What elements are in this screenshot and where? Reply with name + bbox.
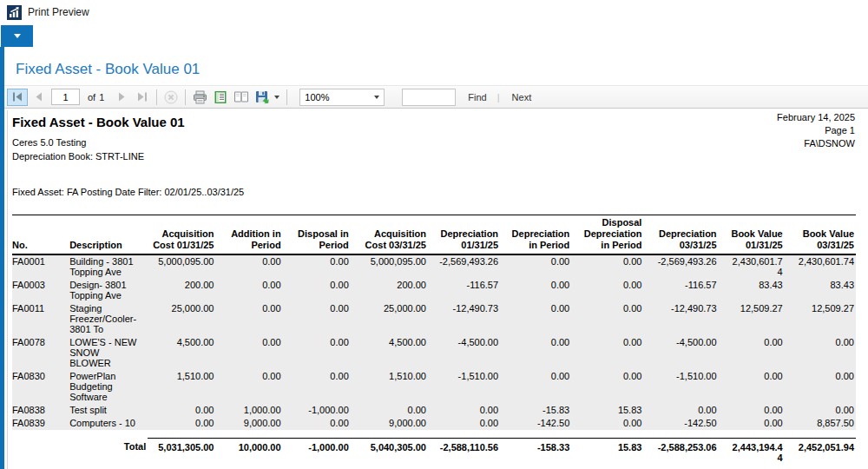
asset-no-cell: FA0078	[12, 336, 69, 370]
column-header: Depreciation 03/31/25	[643, 215, 718, 255]
print-preview-window: Print Preview Fixed Asset - Book Value 0…	[0, 0, 868, 469]
amount-cell: 0.00	[215, 254, 282, 279]
last-page-button[interactable]	[132, 89, 153, 106]
previous-page-button[interactable]	[28, 89, 49, 106]
column-header: Depreciation in Period	[500, 215, 571, 255]
amount-cell: 1,510.00	[351, 370, 428, 404]
menu-row	[0, 24, 868, 48]
description-cell: Design- 3801 Topping Ave	[69, 279, 148, 302]
total-pages-label: 1	[99, 92, 104, 102]
first-page-button[interactable]	[7, 89, 28, 106]
amount-cell: 0.00	[571, 302, 643, 336]
amount-cell: 0.00	[215, 370, 282, 404]
amount-cell: 12,509.27	[785, 302, 856, 336]
table-header-row: No.DescriptionAcquisition Cost 01/31/25A…	[12, 215, 856, 255]
amount-cell: 0.00	[215, 336, 282, 370]
amount-cell: 0.00	[428, 404, 500, 417]
amount-cell: 0.00	[643, 404, 718, 417]
print-layout-button[interactable]	[231, 89, 252, 106]
book-layout-icon	[233, 90, 249, 103]
amount-cell: 0.00	[719, 370, 785, 404]
amount-cell: 0.00	[571, 336, 643, 370]
preview-toolbar: of 1	[0, 86, 868, 109]
report-header-left: Fixed Asset - Book Value 01 Ceres 5.0 Te…	[12, 113, 185, 163]
of-label: of	[88, 92, 95, 102]
amount-cell: 25,000.00	[351, 302, 428, 336]
page-setup-button[interactable]	[210, 89, 231, 106]
column-header: Book Value 03/31/25	[785, 215, 856, 255]
total-amount-cell: 5,031,305.00	[148, 438, 215, 465]
table-row: FA0001Building - 3801 Topping Ave5,000,0…	[12, 254, 856, 279]
amount-cell: 0.00	[148, 417, 215, 430]
find-button[interactable]: Find	[468, 92, 486, 102]
zoom-caret-icon	[374, 96, 379, 99]
amount-cell: 15.83	[571, 404, 643, 417]
report-date: February 14, 2025	[777, 111, 855, 124]
previous-page-icon	[35, 92, 43, 102]
total-amount-cell: -158.33	[500, 438, 571, 465]
amount-cell: 0.00	[283, 302, 351, 336]
title-bar: Print Preview	[0, 0, 868, 24]
total-amount-cell: 15.83	[571, 438, 643, 465]
amount-cell: -1,000.00	[283, 404, 351, 417]
spacer-cell	[12, 430, 856, 438]
amount-cell: 1,510.00	[148, 370, 215, 404]
description-cell: Staging Freezer/Cooler- 3801 To	[69, 302, 148, 336]
asset-no-cell: FA0838	[12, 404, 69, 417]
column-header: Description	[69, 215, 148, 255]
amount-cell: 0.00	[283, 254, 351, 279]
asset-no-cell: FA0001	[12, 254, 69, 279]
amount-cell: 0.00	[351, 404, 428, 417]
fa-posting-date-filter: Fixed Asset: FA Posting Date Filter: 02/…	[12, 187, 855, 197]
report-title: Fixed Asset - Book Value 01	[12, 115, 185, 129]
amount-cell: 0.00	[785, 404, 856, 417]
next-page-button[interactable]	[111, 89, 132, 106]
current-page-input[interactable]	[51, 89, 80, 105]
column-header: Acquisition Cost 01/31/25	[148, 215, 215, 255]
find-next-button[interactable]: Next	[512, 92, 532, 102]
amount-cell: 0.00	[215, 279, 282, 302]
total-amount-cell: 5,040,305.00	[351, 438, 428, 465]
amount-cell: 0.00	[571, 417, 643, 430]
menu-dropdown-button[interactable]	[1, 25, 33, 47]
amount-cell: 0.00	[719, 336, 785, 370]
find-text-input[interactable]	[402, 89, 456, 106]
column-header: Depreciation 01/31/25	[428, 215, 500, 255]
amount-cell: -4,500.00	[643, 336, 718, 370]
description-cell: Building - 3801 Topping Ave	[69, 254, 148, 279]
amount-cell: 9,000.00	[215, 417, 282, 430]
amount-cell: 25,000.00	[148, 302, 215, 336]
amount-cell: -1,510.00	[428, 370, 500, 404]
total-amount-cell: 2,443,194.4 4	[719, 438, 785, 465]
chevron-down-icon	[14, 34, 21, 38]
amount-cell: 1,000.00	[215, 404, 282, 417]
amount-cell: 0.00	[500, 370, 571, 404]
print-button[interactable]	[189, 89, 210, 106]
amount-cell: 2,430,601.7 4	[719, 254, 785, 279]
total-row: Total5,031,305.0010,000.00-1,000.005,040…	[12, 438, 856, 465]
amount-cell: 0.00	[428, 417, 500, 430]
amount-cell: -116.57	[643, 279, 718, 302]
export-dropdown-caret-icon[interactable]	[274, 96, 279, 99]
table-row: FA0078LOWE'S - NEW SNOW BLOWER4,500.000.…	[12, 336, 856, 370]
zoom-select[interactable]: 100%	[299, 89, 385, 106]
stop-icon	[164, 90, 178, 104]
amount-cell: -4,500.00	[428, 336, 500, 370]
export-button[interactable]	[252, 89, 273, 106]
amount-cell: -12,490.73	[643, 302, 718, 336]
table-row: FA0838Test split0.001,000.00-1,000.000.0…	[12, 404, 856, 417]
total-amount-cell: -1,000.00	[283, 438, 351, 465]
column-header: Disposal in Period	[283, 215, 351, 255]
table-row: FA0839Computers - 100.009,000.000.009,00…	[12, 417, 856, 430]
amount-cell: 0.00	[283, 279, 351, 302]
stop-rendering-button[interactable]	[161, 89, 181, 106]
total-amount-cell: -2,588,110.56	[428, 438, 500, 465]
amount-cell: 0.00	[719, 417, 785, 430]
total-empty-cell	[12, 438, 69, 465]
report-user-id: FA\DSNOW	[777, 137, 855, 150]
amount-cell: 0.00	[215, 302, 282, 336]
asset-no-cell: FA0839	[12, 417, 69, 430]
amount-cell: 2,430,601.74	[785, 254, 856, 279]
toolbar-separator	[156, 89, 157, 105]
amount-cell: 83.43	[719, 279, 785, 302]
